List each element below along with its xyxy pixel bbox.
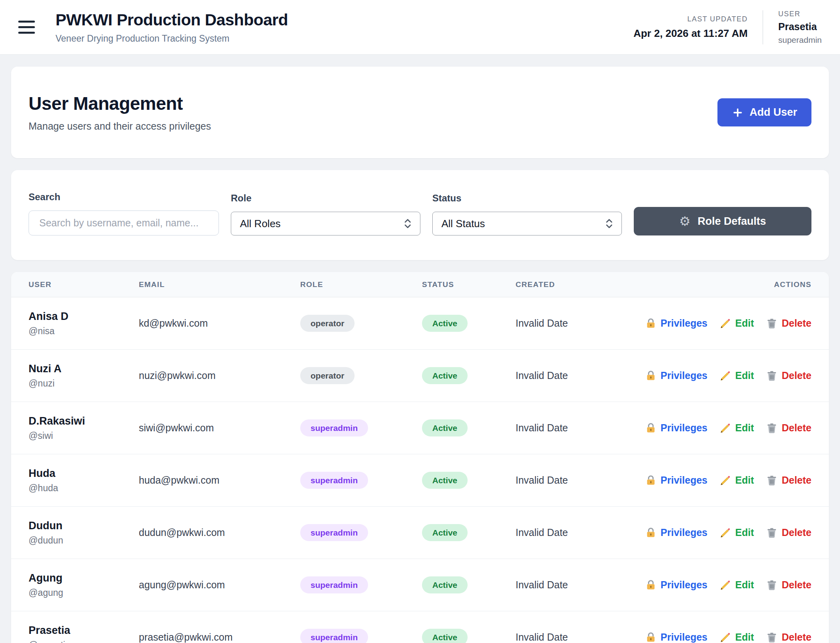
- pencil-icon: [719, 370, 731, 382]
- status-cell: Active: [422, 524, 516, 541]
- users-table: USER EMAIL ROLE STATUS CREATED ACTIONS A…: [11, 272, 829, 643]
- status-badge: Active: [422, 367, 468, 384]
- user-name: D.Rakasiwi: [29, 415, 139, 427]
- delete-link[interactable]: Delete: [766, 475, 811, 486]
- privileges-link[interactable]: Privileges: [645, 422, 708, 434]
- privileges-link[interactable]: Privileges: [645, 475, 708, 486]
- actions-cell: Privileges Edit Delete: [645, 370, 811, 382]
- user-handle: @dudun: [29, 535, 139, 546]
- delete-link[interactable]: Delete: [766, 579, 811, 591]
- edit-link[interactable]: Edit: [719, 475, 754, 486]
- search-input[interactable]: [29, 211, 219, 235]
- status-cell: Active: [422, 576, 516, 593]
- created-cell: Invalid Date: [516, 632, 645, 643]
- user-cell: Nuzi A @nuzi: [29, 363, 139, 389]
- edit-link[interactable]: Edit: [719, 527, 754, 539]
- trash-icon: [766, 370, 778, 382]
- privileges-link[interactable]: Privileges: [645, 527, 708, 539]
- trash-icon: [766, 422, 778, 434]
- table-row: Agung @agung agung@pwkwi.com superadmin …: [11, 559, 829, 611]
- filters-card: Search Role All Roles Status All Status: [11, 170, 829, 260]
- gear-icon: ⚙: [679, 215, 690, 228]
- role-cell: superadmin: [300, 419, 422, 436]
- privileges-link[interactable]: Privileges: [645, 370, 708, 382]
- add-user-button[interactable]: Add User: [717, 98, 811, 126]
- delete-label: Delete: [782, 422, 811, 434]
- actions-cell: Privileges Edit Delete: [645, 632, 811, 643]
- pencil-icon: [719, 579, 731, 591]
- role-badge: superadmin: [300, 629, 368, 643]
- current-user-name: Prasetia: [778, 21, 822, 33]
- lock-icon: [645, 422, 657, 434]
- delete-link[interactable]: Delete: [766, 318, 811, 329]
- role-cell: superadmin: [300, 576, 422, 593]
- table-row: D.Rakasiwi @siwi siwi@pwkwi.com superadm…: [11, 402, 829, 454]
- actions-cell: Privileges Edit Delete: [645, 475, 811, 486]
- role-badge: superadmin: [300, 419, 368, 436]
- user-cell: Anisa D @nisa: [29, 310, 139, 337]
- user-name: Agung: [29, 572, 139, 584]
- current-user-label: USER: [778, 10, 822, 18]
- table-row: Anisa D @nisa kd@pwkwi.com operator Acti…: [11, 297, 829, 350]
- pencil-icon: [719, 527, 731, 539]
- privileges-link[interactable]: Privileges: [645, 579, 708, 591]
- table-row: Dudun @dudun dudun@pwkwi.com superadmin …: [11, 507, 829, 559]
- status-cell: Active: [422, 629, 516, 643]
- user-name: Anisa D: [29, 310, 139, 323]
- user-cell: D.Rakasiwi @siwi: [29, 415, 139, 441]
- role-badge: superadmin: [300, 524, 368, 541]
- role-cell: operator: [300, 367, 422, 384]
- privileges-link[interactable]: Privileges: [645, 632, 708, 643]
- email-cell: siwi@pwkwi.com: [139, 422, 300, 434]
- role-select[interactable]: All Roles: [231, 212, 420, 235]
- role-defaults-button[interactable]: ⚙ Role Defaults: [634, 207, 811, 235]
- delete-link[interactable]: Delete: [766, 527, 811, 539]
- current-user: USER Prasetia superadmin: [778, 10, 822, 45]
- pencil-icon: [719, 475, 731, 486]
- table-body: Anisa D @nisa kd@pwkwi.com operator Acti…: [11, 297, 829, 643]
- edit-link[interactable]: Edit: [719, 579, 754, 591]
- role-badge: operator: [300, 367, 355, 384]
- user-handle: @siwi: [29, 431, 139, 441]
- delete-link[interactable]: Delete: [766, 632, 811, 643]
- add-user-label: Add User: [750, 106, 797, 119]
- delete-link[interactable]: Delete: [766, 370, 811, 382]
- created-cell: Invalid Date: [516, 527, 645, 538]
- search-label: Search: [29, 191, 219, 203]
- email-cell: agung@pwkwi.com: [139, 579, 300, 591]
- hamburger-menu-icon[interactable]: [18, 21, 35, 34]
- edit-link[interactable]: Edit: [719, 370, 754, 382]
- column-header-created: CREATED: [516, 280, 774, 289]
- edit-label: Edit: [735, 527, 754, 538]
- app-header: PWKWI Production Dashboard Veneer Drying…: [0, 0, 840, 55]
- user-cell: Agung @agung: [29, 572, 139, 598]
- column-header-email: EMAIL: [139, 280, 300, 289]
- column-header-actions: ACTIONS: [774, 280, 811, 289]
- edit-link[interactable]: Edit: [719, 422, 754, 434]
- role-badge: superadmin: [300, 472, 368, 489]
- role-cell: superadmin: [300, 629, 422, 643]
- status-badge: Active: [422, 524, 468, 541]
- edit-label: Edit: [735, 318, 754, 329]
- edit-link[interactable]: Edit: [719, 318, 754, 329]
- status-cell: Active: [422, 367, 516, 384]
- delete-link[interactable]: Delete: [766, 422, 811, 434]
- privileges-link[interactable]: Privileges: [645, 318, 708, 329]
- delete-label: Delete: [782, 370, 811, 381]
- actions-cell: Privileges Edit Delete: [645, 527, 811, 539]
- column-header-role: ROLE: [300, 280, 422, 289]
- privileges-label: Privileges: [661, 370, 708, 381]
- user-handle: @huda: [29, 483, 139, 494]
- actions-cell: Privileges Edit Delete: [645, 579, 811, 591]
- role-cell: superadmin: [300, 524, 422, 541]
- privileges-label: Privileges: [661, 579, 708, 591]
- last-updated: LAST UPDATED Apr 2, 2026 at 11:27 AM: [633, 15, 748, 40]
- role-badge: superadmin: [300, 576, 368, 593]
- role-filter-group: Role All Roles: [231, 193, 420, 235]
- edit-link[interactable]: Edit: [719, 632, 754, 643]
- lock-icon: [645, 318, 657, 329]
- delete-label: Delete: [782, 318, 811, 329]
- status-select[interactable]: All Status: [432, 212, 622, 235]
- last-updated-value: Apr 2, 2026 at 11:27 AM: [633, 27, 748, 40]
- status-filter-label: Status: [432, 193, 622, 204]
